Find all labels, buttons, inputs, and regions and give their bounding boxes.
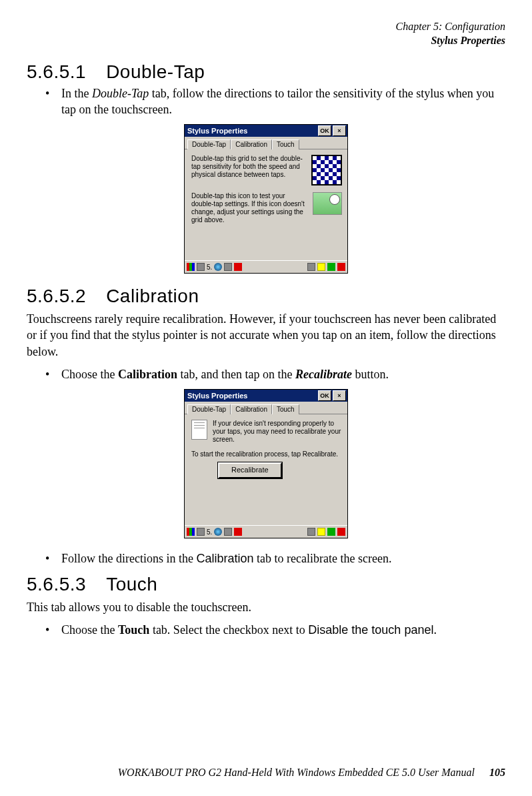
- close-button[interactable]: ×: [333, 390, 346, 401]
- tray-icon[interactable]: [214, 528, 222, 536]
- tabstrip: Double-Tap Calibration Touch: [185, 137, 347, 149]
- bullet-s3: Choose the Touch tab. Select the checkbo…: [27, 622, 505, 638]
- tray-icon[interactable]: [197, 263, 205, 271]
- page-header: Chapter 5: Configuration Stylus Properti…: [27, 20, 505, 48]
- checker-grid-icon[interactable]: [311, 155, 342, 185]
- stylus-properties-window-2: Stylus Properties OK × Double-Tap Calibr…: [184, 389, 348, 538]
- bullet-s2-2: Follow the directions in the Calibration…: [27, 550, 505, 566]
- tray-icon[interactable]: [337, 528, 345, 536]
- heading-calibration: 5.6.5.2Calibration: [27, 286, 505, 307]
- tab-double-tap[interactable]: Double-Tap: [187, 404, 231, 414]
- bullet-s2-1: Choose the Calibration tab, and then tap…: [27, 366, 505, 382]
- taskbar-num: 5.: [207, 528, 212, 536]
- calib-text2: To start the recalibration process, tap …: [191, 450, 342, 458]
- taskbar: 5.: [185, 260, 347, 273]
- tab-calibration[interactable]: Calibration: [231, 139, 272, 149]
- header-section: Stylus Properties: [27, 34, 505, 48]
- tab-touch[interactable]: Touch: [272, 139, 299, 149]
- ok-button[interactable]: OK: [318, 390, 331, 401]
- tray-icon[interactable]: [327, 528, 335, 536]
- tray-icon[interactable]: [197, 528, 205, 536]
- grid-instruction-text: Double-tap this grid to set the double-t…: [191, 155, 306, 179]
- tab-calibration[interactable]: Calibration: [231, 404, 272, 414]
- titlebar: Stylus Properties OK ×: [185, 390, 347, 402]
- para-calibration: Touchscreens rarely require recalibratio…: [27, 311, 505, 360]
- taskbar-num: 5.: [207, 264, 212, 271]
- tray-icon[interactable]: [307, 263, 315, 271]
- titlebar: Stylus Properties OK ×: [185, 125, 347, 137]
- tray-icon[interactable]: [327, 263, 335, 271]
- para-touch: This tab allows you to disable the touch…: [27, 599, 505, 615]
- tray-icon[interactable]: [317, 528, 325, 536]
- tab-touch[interactable]: Touch: [272, 404, 299, 414]
- tray-icon[interactable]: [234, 263, 242, 271]
- header-chapter: Chapter 5: Configuration: [27, 20, 505, 34]
- tab-content: If your device isn't responding properly…: [185, 414, 347, 525]
- tabstrip: Double-Tap Calibration Touch: [185, 402, 347, 414]
- calib-text1: If your device isn't responding properly…: [213, 420, 342, 444]
- recalibrate-button[interactable]: Recalibrate: [218, 462, 282, 478]
- tab-double-tap[interactable]: Double-Tap: [187, 139, 231, 149]
- screenshot-double-tap: Stylus Properties OK × Double-Tap Calibr…: [27, 124, 505, 274]
- stylus-properties-window-1: Stylus Properties OK × Double-Tap Calibr…: [184, 124, 348, 274]
- taskbar: 5.: [185, 525, 347, 538]
- tray-icon[interactable]: [337, 263, 345, 271]
- page-number: 105: [489, 767, 505, 778]
- footer-text: WORKABOUT PRO G2 Hand-Held With Windows …: [118, 767, 475, 778]
- tray-icon[interactable]: [224, 263, 232, 271]
- tray-icon[interactable]: [214, 263, 222, 271]
- start-icon[interactable]: [187, 528, 195, 536]
- tray-icon[interactable]: [307, 528, 315, 536]
- test-instruction-text: Double-tap this icon to test your double…: [191, 192, 307, 224]
- bullet-s1: In the Double-Tap tab, follow the direct…: [27, 85, 505, 118]
- test-icon[interactable]: [313, 192, 342, 215]
- heading-double-tap: 5.6.5.1Double-Tap: [27, 61, 505, 83]
- tray-icon[interactable]: [317, 263, 325, 271]
- heading-touch: 5.6.5.3Touch: [27, 574, 505, 595]
- screenshot-calibration: Stylus Properties OK × Double-Tap Calibr…: [27, 389, 505, 538]
- ok-button[interactable]: OK: [318, 125, 331, 136]
- page-footer: WORKABOUT PRO G2 Hand-Held With Windows …: [27, 767, 505, 779]
- tab-content: Double-tap this grid to set the double-t…: [185, 149, 347, 260]
- start-icon[interactable]: [187, 263, 195, 271]
- tray-icon[interactable]: [234, 528, 242, 536]
- note-icon: [191, 420, 207, 440]
- tray-icon[interactable]: [224, 528, 232, 536]
- close-button[interactable]: ×: [333, 125, 346, 136]
